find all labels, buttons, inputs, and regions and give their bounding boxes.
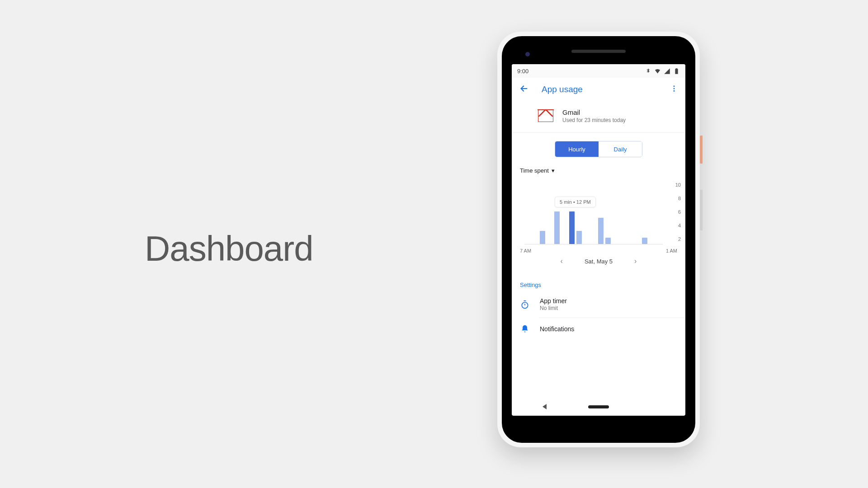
next-day-button[interactable]: › bbox=[634, 257, 637, 265]
phone-camera-dot bbox=[525, 52, 530, 56]
android-navbar bbox=[512, 398, 685, 416]
app-timer-title: App timer bbox=[540, 297, 567, 305]
app-bar: App usage bbox=[512, 78, 685, 101]
x-axis-start-label: 7 AM bbox=[520, 248, 531, 253]
current-date: Sat, May 5 bbox=[585, 258, 613, 265]
chart-bar[interactable] bbox=[539, 231, 546, 244]
app-timer-subtitle: No limit bbox=[540, 305, 567, 311]
wifi-icon bbox=[654, 68, 661, 75]
battery-icon bbox=[673, 68, 680, 75]
x-axis-labels: 7 AM 1 AM bbox=[520, 248, 677, 253]
chart-bars bbox=[524, 179, 663, 244]
prev-day-button[interactable]: ‹ bbox=[561, 257, 563, 265]
gmail-icon bbox=[538, 110, 553, 122]
more-vert-icon[interactable] bbox=[670, 84, 678, 94]
phone-power-button bbox=[700, 136, 703, 164]
chart-bar[interactable] bbox=[553, 211, 561, 244]
metric-dropdown[interactable]: Time spent ▾ bbox=[512, 165, 685, 178]
notifications-row[interactable]: Notifications bbox=[512, 318, 685, 340]
phone-frame: 9:00 App usage bbox=[497, 32, 700, 447]
app-header: Gmail Used for 23 minutes today bbox=[512, 101, 685, 132]
signal-icon bbox=[664, 68, 670, 75]
app-timer-row[interactable]: App timer No limit bbox=[512, 291, 685, 318]
x-axis-end-label: 1 AM bbox=[666, 248, 677, 253]
phone-speaker bbox=[571, 50, 626, 53]
chart-bar[interactable] bbox=[597, 218, 604, 244]
bluetooth-icon bbox=[645, 68, 651, 75]
status-time: 9:00 bbox=[517, 68, 528, 75]
metric-dropdown-label: Time spent bbox=[520, 167, 549, 174]
phone-screen: 9:00 App usage bbox=[512, 64, 685, 416]
chart-bar[interactable] bbox=[604, 238, 612, 244]
chart-bar[interactable] bbox=[576, 231, 583, 244]
nav-home-pill[interactable] bbox=[588, 405, 609, 408]
svg-point-1 bbox=[674, 88, 675, 89]
app-name: Gmail bbox=[562, 108, 626, 116]
chart-bar[interactable] bbox=[641, 238, 648, 244]
appbar-title: App usage bbox=[542, 84, 657, 94]
nav-back-button[interactable] bbox=[542, 404, 547, 409]
chevron-down-icon: ▾ bbox=[552, 167, 555, 174]
date-nav: ‹ Sat, May 5 › bbox=[512, 254, 685, 274]
usage-chart: 10 8 6 4 2 5 min • 12 PM 7 AM 1 AM bbox=[512, 178, 685, 254]
slide-title: Dashboard bbox=[145, 228, 313, 269]
y-axis-ticks: 10 8 6 4 2 bbox=[675, 182, 681, 250]
status-bar: 9:00 bbox=[512, 64, 685, 78]
bell-icon bbox=[520, 324, 530, 333]
timer-icon bbox=[520, 300, 530, 309]
chart-bar[interactable] bbox=[568, 211, 576, 244]
hourly-toggle[interactable]: Hourly bbox=[555, 141, 599, 157]
svg-point-0 bbox=[674, 85, 675, 87]
daily-toggle[interactable]: Daily bbox=[599, 141, 642, 157]
phone-volume-button bbox=[700, 190, 703, 230]
settings-header: Settings bbox=[512, 274, 685, 291]
back-arrow-icon[interactable] bbox=[519, 84, 529, 95]
app-usage-subtitle: Used for 23 minutes today bbox=[562, 117, 626, 123]
notifications-title: Notifications bbox=[540, 325, 574, 333]
svg-point-2 bbox=[674, 90, 675, 92]
view-toggle: Hourly Daily bbox=[512, 133, 685, 165]
